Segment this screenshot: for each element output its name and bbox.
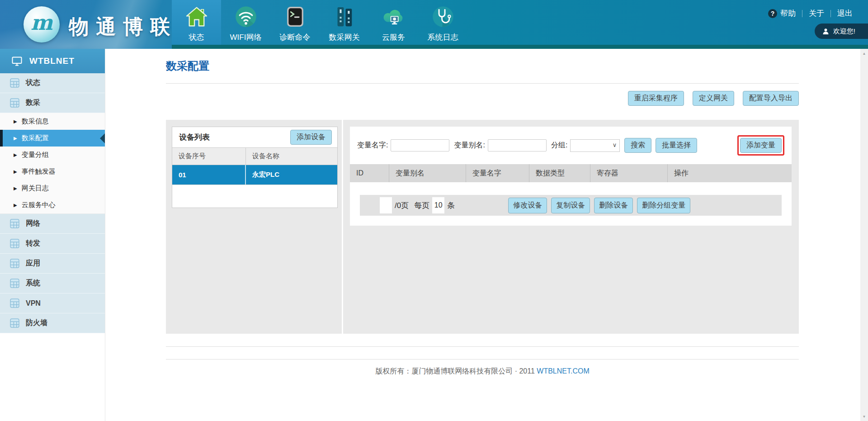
grid-icon xyxy=(10,259,19,268)
nav-tab-wifi[interactable]: WIFI网络 xyxy=(221,0,270,49)
column-header-register: 寄存器 xyxy=(590,164,668,182)
column-header-name: 变量名字 xyxy=(466,164,529,182)
variable-alias-input[interactable] xyxy=(488,139,547,151)
device-serial-cell: 01 xyxy=(172,165,246,184)
sidebar-subitem-gateway-log[interactable]: ▶ 网关日志 xyxy=(0,180,105,197)
sidebar-item-label: 应用 xyxy=(26,259,40,268)
nav-tab-status[interactable]: 状态 xyxy=(172,0,221,49)
main-area: 数采配置 重启采集程序 定义网关 配置导入导出 设备列表 添加设备 设备序号 设… xyxy=(105,49,860,421)
link-divider xyxy=(830,10,831,17)
help-icon: ? xyxy=(768,9,777,18)
grid-icon xyxy=(10,98,19,108)
top-navigation: 状态 WIFI网络 诊断命令 xyxy=(172,0,467,49)
restart-collector-button[interactable]: 重启采集程序 xyxy=(628,91,684,106)
grid-icon xyxy=(10,298,19,308)
brand-logo-text: 物通博联 xyxy=(69,14,177,40)
sidebar-subitem-cloud-center[interactable]: ▶ 云服务中心 xyxy=(0,197,105,213)
group-select[interactable]: ∨ xyxy=(570,139,620,152)
scroll-up-arrow-icon[interactable]: ▲ xyxy=(860,50,868,57)
sidebar: WTBLNET 状态 数采 ▶ 数采信息 ▶ 数采配置 ▶ 变量分组 ▶ 事件触… xyxy=(0,49,105,421)
page-count-text: /0页 xyxy=(395,200,409,211)
wtblnet-link[interactable]: WTBLNET.COM xyxy=(537,367,589,375)
nav-tab-label: WIFI网络 xyxy=(230,32,262,43)
nav-tab-label: 状态 xyxy=(189,32,204,43)
nav-tab-label: 系统日志 xyxy=(428,32,458,43)
welcome-text: 欢迎您! xyxy=(833,27,855,36)
sidebar-subitem-event-trigger[interactable]: ▶ 事件触发器 xyxy=(0,163,105,180)
config-import-export-button[interactable]: 配置导入导出 xyxy=(743,91,799,106)
sidebar-subitem-daq-config[interactable]: ▶ 数采配置 xyxy=(0,130,105,147)
welcome-badge[interactable]: 欢迎您! xyxy=(815,24,868,39)
batch-select-button[interactable]: 批量选择 xyxy=(656,138,697,153)
group-label: 分组: xyxy=(551,141,567,150)
column-header-actions: 操作 xyxy=(668,164,792,182)
server-gateway-icon xyxy=(333,5,356,28)
toolbar: 重启采集程序 定义网关 配置导入导出 xyxy=(166,91,799,106)
page-number-input[interactable] xyxy=(380,197,392,213)
sidebar-item-label: VPN xyxy=(26,299,41,307)
scroll-down-arrow-icon[interactable]: ▼ xyxy=(860,413,868,420)
nav-tab-cloud[interactable]: 云服务 xyxy=(369,0,418,49)
add-device-button[interactable]: 添加设备 xyxy=(290,130,332,145)
copy-device-button[interactable]: 复制设备 xyxy=(551,198,590,213)
sidebar-subitem-daq-info[interactable]: ▶ 数采信息 xyxy=(0,113,105,130)
nav-tab-label: 数采网关 xyxy=(329,32,360,43)
sidebar-item-label: 防火墙 xyxy=(26,318,47,328)
device-list-header: 设备列表 添加设备 xyxy=(172,127,337,148)
nav-tab-label: 云服务 xyxy=(382,32,405,43)
sidebar-item-network[interactable]: 网络 xyxy=(0,214,105,234)
sidebar-item-daq[interactable]: 数采 xyxy=(0,93,105,113)
sidebar-item-system[interactable]: 系统 xyxy=(0,274,105,293)
unit-label: 条 xyxy=(447,200,455,211)
pagination-bar: /0页 每页 条 修改设备 复制设备 删除设备 删除分组变量 xyxy=(360,195,782,216)
define-gateway-button[interactable]: 定义网关 xyxy=(693,91,734,106)
nav-tab-gateway[interactable]: 数采网关 xyxy=(320,0,369,49)
device-list-card: 设备列表 添加设备 设备序号 设备名称 01 永宏PLC xyxy=(172,127,338,208)
nav-tab-syslog[interactable]: 系统日志 xyxy=(418,0,467,49)
footer-divider-top xyxy=(166,346,799,347)
panel-divider xyxy=(342,120,343,334)
device-table-header: 设备序号 设备名称 xyxy=(172,148,337,165)
variable-name-input[interactable] xyxy=(391,139,449,151)
sidebar-brand: WTBLNET xyxy=(0,49,105,73)
brand-logo-icon: m xyxy=(24,6,60,43)
sidebar-brand-label: WTBLNET xyxy=(29,56,75,66)
device-row-selected[interactable]: 01 永宏PLC xyxy=(172,165,337,185)
about-link[interactable]: 关于 xyxy=(809,8,824,19)
header-bottom-strip xyxy=(172,45,868,49)
sidebar-subitem-variable-groups[interactable]: ▶ 变量分组 xyxy=(0,147,105,163)
sidebar-item-label: 转发 xyxy=(26,239,40,248)
sidebar-item-vpn[interactable]: VPN xyxy=(0,293,105,313)
help-link[interactable]: 帮助 xyxy=(780,8,796,19)
modify-device-button[interactable]: 修改设备 xyxy=(508,198,547,213)
device-action-buttons: 修改设备 复制设备 删除设备 删除分组变量 xyxy=(508,198,690,213)
per-page-input[interactable] xyxy=(432,197,444,213)
home-icon xyxy=(185,5,208,28)
grid-icon xyxy=(10,318,19,328)
add-variable-button[interactable]: 添加变量 xyxy=(740,138,782,153)
delete-device-button[interactable]: 删除设备 xyxy=(594,198,633,213)
logo-monogram: m xyxy=(31,12,53,33)
sidebar-submenu-daq: ▶ 数采信息 ▶ 数采配置 ▶ 变量分组 ▶ 事件触发器 ▶ 网关日志 ▶ 云服… xyxy=(0,113,105,214)
sidebar-item-firewall[interactable]: 防火墙 xyxy=(0,313,105,333)
add-variable-highlight-box: 添加变量 xyxy=(737,135,784,156)
search-button[interactable]: 搜索 xyxy=(624,138,651,153)
header-links: ? 帮助 关于 退出 xyxy=(768,8,853,19)
device-name-column-header: 设备名称 xyxy=(246,148,337,165)
terminal-icon xyxy=(283,5,307,28)
sidebar-item-application[interactable]: 应用 xyxy=(0,254,105,274)
title-divider xyxy=(166,83,799,84)
per-page-label: 每页 xyxy=(414,200,429,211)
sidebar-item-status[interactable]: 状态 xyxy=(0,73,105,93)
daq-config-panel: 设备列表 添加设备 设备序号 设备名称 01 永宏PLC 变量名字: xyxy=(166,120,799,334)
delete-group-variables-button[interactable]: 删除分组变量 xyxy=(637,198,690,213)
sidebar-item-label: 网络 xyxy=(26,219,40,228)
logout-link[interactable]: 退出 xyxy=(837,8,853,19)
nav-tab-diagnostics[interactable]: 诊断命令 xyxy=(270,0,320,49)
browser-scrollbar[interactable]: ▲ ▼ xyxy=(860,49,868,421)
triangle-bullet-icon: ▶ xyxy=(14,119,17,124)
grid-icon xyxy=(10,219,19,228)
sidebar-item-forwarding[interactable]: 转发 xyxy=(0,234,105,254)
grid-icon xyxy=(10,78,19,88)
variable-filter-bar: 变量名字: 变量别名: 分组: ∨ 搜索 批量选择 添加变量 xyxy=(350,127,792,164)
